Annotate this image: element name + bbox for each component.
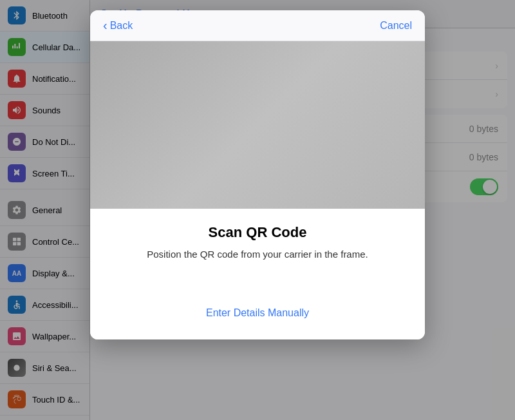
modal-nav: ‹ Back Cancel [90,10,425,41]
back-chevron-icon: ‹ [103,18,108,33]
modal-cancel-button[interactable]: Cancel [380,20,412,32]
modal-description: Position the QR code from your carrier i… [111,247,404,261]
modal-title: Scan QR Code [111,224,404,241]
spacer [111,279,404,292]
enter-manually-link[interactable]: Enter Details Manually [111,307,404,319]
modal-overlay: ‹ Back Cancel Scan QR Code Position the … [0,0,515,420]
modal-cancel-label: Cancel [380,20,412,31]
modal-body: Scan QR Code Position the QR code from y… [90,209,425,339]
qr-scan-modal: ‹ Back Cancel Scan QR Code Position the … [90,10,425,339]
modal-back-label: Back [110,20,133,32]
camera-feed [90,41,425,209]
modal-back-button[interactable]: ‹ Back [103,18,133,33]
camera-viewfinder [90,41,425,209]
